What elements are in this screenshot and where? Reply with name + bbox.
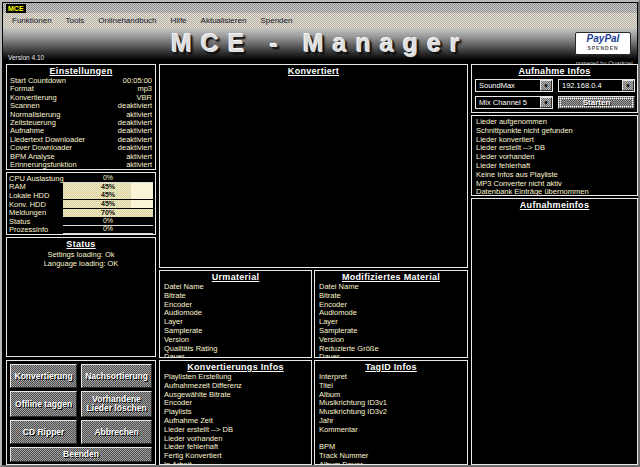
convert-button[interactable]: Konvertierung bbox=[10, 364, 77, 388]
paypal-logo: PayPal bbox=[576, 33, 630, 45]
title-bar[interactable]: MCE bbox=[3, 3, 637, 13]
progress-bar: 45% bbox=[63, 183, 153, 191]
stat-value: 45% bbox=[63, 200, 153, 208]
recording-infos-title: Aufnahme Infos bbox=[472, 65, 637, 77]
stat-value: 45% bbox=[63, 191, 153, 199]
settings-panel: Einstellungen Start Countdown00:05:00 Fo… bbox=[6, 64, 156, 170]
info-row: Dauer bbox=[315, 353, 467, 358]
chevron-down-icon[interactable]: ▼ bbox=[622, 80, 634, 91]
paypal-donate-button[interactable]: PayPal SPENDEN bbox=[575, 32, 631, 55]
paypal-spenden-label: SPENDEN bbox=[576, 45, 630, 52]
actions-panel: Konvertierung Nachsortierung Offline tag… bbox=[6, 360, 156, 465]
modified-material-panel: Modifiziertes Material Datei Name Bitrat… bbox=[314, 270, 468, 358]
recording-output-title: Aufnahmeinfos bbox=[472, 199, 637, 211]
window-title: MCE bbox=[6, 4, 26, 13]
info-row bbox=[315, 435, 467, 444]
stat-value: 0% bbox=[63, 225, 153, 234]
status-title: Status bbox=[7, 238, 155, 250]
menu-spenden[interactable]: Spenden bbox=[253, 14, 299, 28]
stat-row: Meldungen70% bbox=[7, 208, 155, 217]
cancel-button[interactable]: Abbrechen bbox=[81, 420, 152, 444]
status-panel: Status Settings loading: Ok Language loa… bbox=[6, 237, 156, 357]
recording-controls-panel: Aufnahme Infos SoundMax ▼ 192.168.0.4 ▼ … bbox=[471, 64, 638, 113]
recording-output-panel[interactable]: Aufnahmeinfos bbox=[471, 198, 638, 465]
menu-hilfe[interactable]: Hilfe bbox=[164, 14, 194, 28]
info-row: Dauer bbox=[160, 353, 311, 358]
audio-device-select[interactable]: SoundMax ▼ bbox=[475, 79, 553, 92]
app-banner: MCE - Manager PayPal SPENDEN bbox=[3, 28, 637, 60]
chevron-down-icon[interactable]: ▼ bbox=[540, 80, 552, 91]
ip-address-value: 192.168.0.4 bbox=[559, 81, 622, 90]
app-title: MCE - Manager bbox=[3, 28, 637, 59]
stat-value: 70% bbox=[63, 209, 153, 217]
log-list-panel: Lieder aufgenommen Schnittpunkte nicht g… bbox=[471, 115, 638, 196]
stat-row: Konv. HDD45% bbox=[7, 200, 155, 209]
status-line: Settings loading: Ok bbox=[7, 250, 155, 259]
delete-existing-songs-button[interactable]: Vorhandene Lieder löschen bbox=[81, 391, 152, 417]
menu-onlinehandbuch[interactable]: Onlinehandbuch bbox=[91, 14, 163, 28]
menu-bar: Funktionen Tools Onlinehandbuch Hilfe Ak… bbox=[3, 13, 637, 28]
menu-tools[interactable]: Tools bbox=[59, 14, 92, 28]
original-material-panel: Urmaterial Datei Name Bitrate Encoder Au… bbox=[159, 270, 312, 358]
mixer-channel-select[interactable]: Mix Channel 5 ▼ bbox=[475, 96, 553, 109]
stat-label: Prozessinfo bbox=[9, 225, 63, 234]
tagid-infos-panel: TagID Infos Interpret Titel Album Musikr… bbox=[314, 360, 468, 465]
conversion-infos-panel: Konvertierungs Infos Playlisten Erstellu… bbox=[159, 360, 312, 465]
stat-row: Status0% bbox=[7, 217, 155, 226]
stat-row: Prozessinfo0% bbox=[7, 226, 155, 235]
quit-button[interactable]: Beenden bbox=[10, 447, 152, 462]
setting-label: Erinnerungsfunktion bbox=[10, 161, 77, 169]
info-row: Musikrichtung ID3v2 bbox=[315, 408, 467, 417]
info-row: In Arbeit bbox=[160, 461, 311, 465]
status-line: Language loading: OK bbox=[7, 259, 155, 268]
progress-bar: 45% bbox=[63, 191, 153, 199]
version-label: Version 4.10 bbox=[8, 54, 44, 61]
menu-funktionen[interactable]: Funktionen bbox=[5, 14, 59, 28]
resort-button[interactable]: Nachsortierung bbox=[81, 364, 152, 388]
cd-ripper-button[interactable]: CD Ripper bbox=[10, 420, 77, 444]
converted-list-panel[interactable]: Konvertiert bbox=[159, 64, 468, 268]
stat-value: 45% bbox=[63, 183, 153, 191]
menu-aktualisieren[interactable]: Aktualisieren bbox=[194, 14, 254, 28]
log-row: Datenbank Einträge übernommen bbox=[472, 188, 637, 196]
info-row: Kommentar bbox=[315, 426, 467, 435]
converted-title: Konvertiert bbox=[160, 65, 467, 77]
stat-value: 0% bbox=[63, 174, 153, 183]
chevron-down-icon[interactable]: ▼ bbox=[540, 97, 552, 108]
audio-device-value: SoundMax bbox=[476, 81, 540, 90]
system-stats-panel: CPU Auslastung0% RAM45% Lokale HDD45% Ko… bbox=[6, 172, 156, 235]
mce-manager-window: MCE Funktionen Tools Onlinehandbuch Hilf… bbox=[0, 0, 640, 467]
stat-row: CPU Auslastung0% bbox=[7, 174, 155, 183]
stat-row: Lokale HDD45% bbox=[7, 191, 155, 200]
setting-row: Erinnerungsfunktionaktiviert bbox=[7, 161, 155, 169]
progress-bar: 70% bbox=[63, 209, 153, 217]
info-row: Album Dauer bbox=[315, 461, 467, 465]
setting-value: aktiviert bbox=[126, 161, 152, 169]
stat-row: RAM45% bbox=[7, 183, 155, 192]
start-button[interactable]: Starten bbox=[558, 96, 635, 109]
offline-tag-button[interactable]: Offline taggen bbox=[10, 391, 77, 417]
info-row: Interpret bbox=[315, 373, 467, 382]
ip-address-select[interactable]: 192.168.0.4 ▼ bbox=[558, 79, 635, 92]
progress-bar: 45% bbox=[63, 200, 153, 208]
mixer-channel-value: Mix Channel 5 bbox=[476, 98, 540, 107]
